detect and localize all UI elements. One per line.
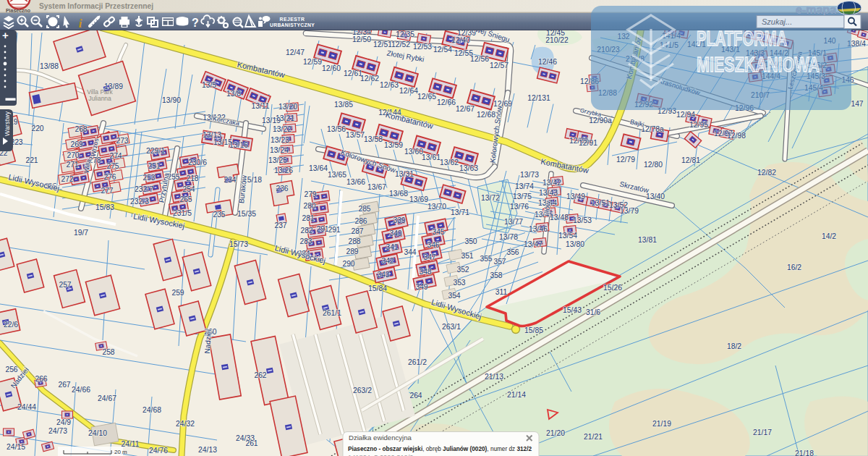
svg-text:350: 350: [464, 237, 477, 245]
svg-text:347: 347: [423, 253, 435, 261]
svg-text:Piaseczno: Piaseczno: [6, 8, 30, 13]
svg-text:13/72: 13/72: [481, 194, 500, 202]
svg-text:13/66: 13/66: [346, 178, 365, 186]
svg-text:221: 221: [25, 156, 38, 164]
svg-text:13/58: 13/58: [364, 135, 383, 143]
svg-text:256: 256: [5, 366, 17, 373]
svg-text:218: 218: [186, 174, 198, 182]
svg-text:141804_5.0020.312/2: 141804_5.0020.312/2: [348, 454, 413, 456]
svg-text:13/19: 13/19: [262, 117, 281, 124]
svg-text:220: 220: [31, 124, 43, 132]
svg-text:13/8: 13/8: [226, 90, 241, 98]
svg-text:340: 340: [389, 229, 401, 237]
svg-text:12/95: 12/95: [689, 121, 708, 129]
svg-text:356: 356: [506, 248, 519, 256]
svg-text:229/1: 229/1: [146, 147, 165, 155]
svg-text:288: 288: [348, 237, 360, 245]
svg-text:12/46: 12/46: [538, 58, 557, 66]
svg-text:272: 272: [61, 175, 73, 183]
svg-text:13/25: 13/25: [268, 156, 287, 164]
svg-text:12/65: 12/65: [417, 93, 436, 101]
svg-text:251: 251: [148, 162, 160, 170]
svg-text:16/2: 16/2: [787, 263, 801, 271]
svg-text:13/57: 13/57: [346, 131, 365, 139]
svg-text:12/35: 12/35: [396, 30, 414, 38]
svg-text:15/43: 15/43: [563, 306, 582, 314]
svg-text:12/79: 12/79: [616, 156, 635, 164]
svg-text:12/91: 12/91: [579, 139, 597, 147]
svg-text:273: 273: [116, 137, 128, 145]
svg-text:13/63: 13/63: [459, 164, 478, 172]
svg-text:344: 344: [404, 248, 416, 256]
svg-text:311: 311: [495, 288, 508, 296]
svg-text:13/77: 13/77: [504, 218, 523, 226]
svg-text:13/88: 13/88: [40, 62, 59, 70]
svg-text:13/46: 13/46: [529, 225, 548, 233]
svg-text:12/50: 12/50: [352, 35, 371, 43]
svg-text:15/83: 15/83: [95, 203, 114, 211]
svg-text:13/20: 13/20: [278, 103, 297, 111]
svg-text:12/66: 12/66: [437, 98, 456, 106]
svg-text:280: 280: [303, 202, 315, 210]
svg-text:12/94: 12/94: [676, 111, 695, 119]
svg-text:343: 343: [377, 271, 389, 279]
svg-text:12/80: 12/80: [644, 161, 663, 169]
svg-text:24/68: 24/68: [142, 406, 161, 414]
svg-text:13/90: 13/90: [162, 96, 181, 104]
svg-text:231/5: 231/5: [173, 209, 192, 217]
svg-text:Warstwy: Warstwy: [4, 111, 11, 136]
svg-text:13/23: 13/23: [271, 136, 289, 144]
svg-text:12/98: 12/98: [727, 132, 746, 140]
svg-text:Iłów: Iłów: [542, 200, 552, 214]
svg-text:13/54: 13/54: [558, 232, 577, 240]
svg-text:13/59: 13/59: [384, 141, 403, 149]
svg-text:13/31: 13/31: [395, 170, 414, 178]
svg-text:13/74: 13/74: [515, 182, 534, 190]
svg-text:13/52: 13/52: [609, 201, 628, 209]
svg-text:13/69: 13/69: [409, 195, 428, 203]
svg-text:24/66: 24/66: [72, 386, 90, 394]
svg-text:13/71: 13/71: [451, 208, 469, 216]
svg-text:12/78a: 12/78a: [641, 125, 664, 133]
svg-text:13/65: 13/65: [328, 171, 346, 179]
svg-text:13/64: 13/64: [309, 164, 328, 172]
svg-text:358: 358: [490, 271, 502, 279]
svg-text:13/56: 13/56: [327, 125, 346, 133]
svg-text:210/22: 210/22: [545, 36, 569, 44]
svg-text:12/64: 12/64: [399, 87, 418, 95]
svg-text:18/2: 18/2: [727, 342, 741, 350]
svg-text:19/7: 19/7: [74, 229, 88, 237]
svg-text:12/51: 12/51: [373, 41, 392, 48]
svg-text:Julianna: Julianna: [88, 95, 111, 102]
svg-text:286: 286: [354, 217, 367, 225]
svg-text:15/84: 15/84: [368, 284, 387, 292]
svg-text:265: 265: [179, 195, 192, 203]
svg-text:235: 235: [213, 211, 225, 219]
svg-text:291: 291: [316, 225, 328, 233]
svg-text:21/14: 21/14: [507, 391, 526, 399]
svg-text:+: +: [2, 29, 9, 41]
svg-text:12/59: 12/59: [303, 58, 322, 66]
svg-text:13/62: 13/62: [440, 159, 459, 166]
svg-text:14/2: 14/2: [822, 232, 836, 240]
svg-text:13/43: 13/43: [539, 189, 558, 197]
svg-text:279: 279: [304, 190, 316, 198]
svg-text:13/60: 13/60: [404, 148, 423, 156]
svg-text:URBANISTYCZNY: URBANISTYCZNY: [270, 22, 315, 28]
svg-text:13/24: 13/24: [270, 146, 289, 154]
svg-text:24/15: 24/15: [7, 443, 25, 451]
svg-text:Piaseczno - obszar wiejski, ob: Piaseczno - obszar wiejski, obręb Julian…: [348, 445, 532, 452]
svg-text:21/21: 21/21: [584, 433, 603, 441]
svg-text:281: 281: [302, 214, 314, 222]
svg-text:237: 237: [274, 221, 286, 229]
svg-text:13/47: 13/47: [524, 240, 542, 248]
svg-text:12/68: 12/68: [477, 111, 495, 119]
svg-text:232/3: 232/3: [130, 198, 149, 206]
svg-text:262: 262: [254, 371, 266, 379]
svg-text:267: 267: [58, 381, 70, 389]
svg-text:349: 349: [415, 283, 427, 291]
svg-text:24/10: 24/10: [88, 429, 107, 437]
svg-text:268: 268: [75, 125, 87, 133]
svg-text:24/44: 24/44: [17, 403, 36, 411]
svg-text:339: 339: [393, 216, 405, 224]
